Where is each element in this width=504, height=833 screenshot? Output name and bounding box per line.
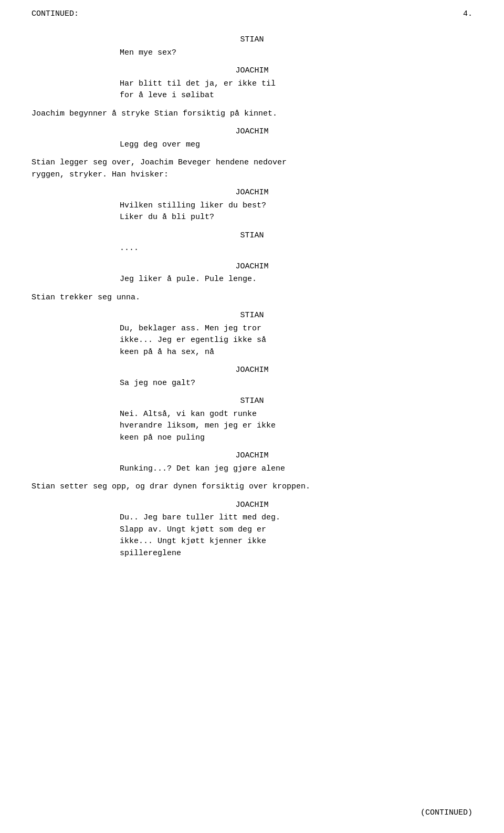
- character-name: STIAN: [32, 310, 472, 322]
- character-name: STIAN: [32, 34, 472, 46]
- dialogue-text: Du.. Jeg bare tuller litt med deg. Slapp…: [120, 512, 384, 559]
- character-name: JOACHIM: [32, 365, 472, 377]
- character-name: STIAN: [32, 230, 472, 242]
- dialogue-text: Runking...? Det kan jeg gjøre alene: [120, 463, 384, 475]
- page-number: 4.: [463, 9, 472, 18]
- script-body: STIANMen mye sex?JOACHIMHar blitt til de…: [32, 34, 472, 559]
- continued-header: CONTINUED:: [32, 9, 79, 18]
- dialogue-text: Jeg liker å pule. Pule lenge.: [120, 274, 384, 286]
- character-name: JOACHIM: [32, 499, 472, 512]
- dialogue-text: Men mye sex?: [120, 47, 384, 59]
- character-name: JOACHIM: [32, 450, 472, 462]
- action-line: Stian setter seg opp, og drar dynen fors…: [32, 481, 472, 493]
- character-name: JOACHIM: [32, 261, 472, 273]
- page-footer: (CONTINUED): [421, 808, 472, 817]
- dialogue-text: Har blitt til det ja, er ikke til for å …: [120, 78, 384, 102]
- script-page: CONTINUED: 4. STIANMen mye sex?JOACHIMHa…: [0, 0, 504, 833]
- page-header: CONTINUED: 4.: [32, 9, 472, 18]
- character-name: JOACHIM: [32, 187, 472, 199]
- continued-footer: (CONTINUED): [421, 808, 472, 817]
- character-name: JOACHIM: [32, 65, 472, 77]
- dialogue-text: Legg deg over meg: [120, 139, 384, 151]
- action-line: Joachim begynner å stryke Stian forsikti…: [32, 108, 472, 120]
- action-line: Stian legger seg over, Joachim Beveger h…: [32, 157, 472, 181]
- dialogue-text: Hvilken stilling liker du best? Liker du…: [120, 200, 384, 224]
- dialogue-text: ....: [120, 243, 384, 255]
- dialogue-text: Nei. Altså, vi kan godt runke hverandre …: [120, 409, 384, 444]
- dialogue-text: Sa jeg noe galt?: [120, 378, 384, 390]
- character-name: STIAN: [32, 395, 472, 408]
- action-line: Stian trekker seg unna.: [32, 292, 472, 304]
- character-name: JOACHIM: [32, 126, 472, 138]
- dialogue-text: Du, beklager ass. Men jeg tror ikke... J…: [120, 323, 384, 359]
